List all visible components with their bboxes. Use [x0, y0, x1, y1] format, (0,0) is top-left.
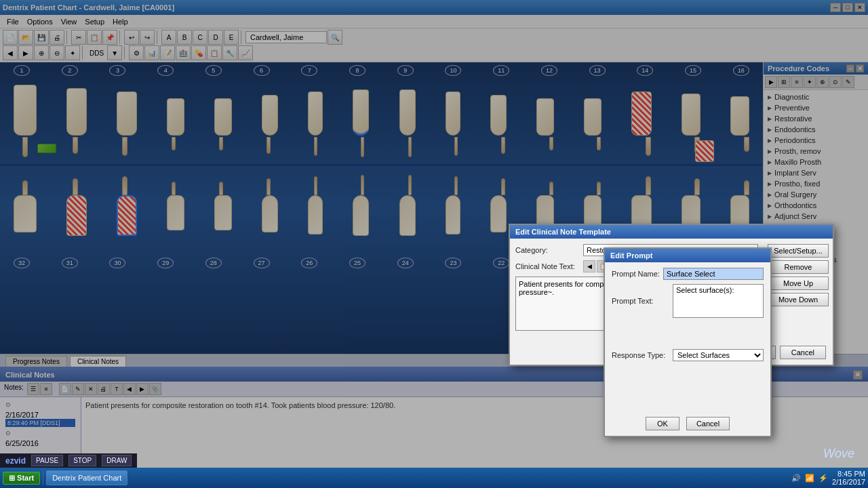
ezvid-stop-btn[interactable]: STOP	[68, 455, 96, 466]
ep-prompt-name-label: Prompt Name:	[612, 270, 663, 278]
dialog-ep-body: Prompt Name: Prompt Text: Select surface…	[605, 262, 770, 411]
dialog-edit-prompt: Edit Prompt Prompt Name: Prompt Text: Se…	[604, 247, 772, 437]
ezvid-bar: ezvid PAUSE STOP DRAW	[0, 453, 137, 468]
dialog-ecnt-side-buttons: Select/Setup... Remove Move Up Move Down	[764, 239, 833, 340]
ep-ok-btn[interactable]: OK	[646, 417, 679, 430]
ep-response-type-select[interactable]: Select Surfaces Text Number Date Yes/No	[673, 349, 764, 361]
clock-date: 2/16/2017	[832, 478, 865, 486]
ep-prompt-text-row: Prompt Text: Select surface(s):	[612, 284, 764, 318]
ep-lower-spacer	[612, 365, 764, 406]
sys-icon-2: 📶	[805, 474, 814, 483]
clock-time: 8:45 PM	[832, 470, 865, 478]
note-text-label: Clinical Note Text:	[515, 262, 583, 270]
dialog-ep-title-text: Edit Prompt	[610, 251, 652, 260]
ecnt-cancel-btn[interactable]: Cancel	[780, 346, 826, 359]
taskbar-right: 🔊 📶 ⚡ 8:45 PM 2/16/2017	[791, 470, 865, 486]
ecnt-move-up-btn[interactable]: Move Up	[768, 277, 829, 290]
ep-spacer	[612, 322, 764, 349]
taskbar: ⊞ Start Dentrix Patient Chart 🔊 📶 ⚡ 8:45…	[0, 468, 868, 488]
ep-prompt-text-input[interactable]: Select surface(s):	[673, 284, 764, 318]
ezvid-pause-btn[interactable]: PAUSE	[31, 455, 63, 466]
category-label: Category:	[515, 246, 583, 254]
ep-cancel-btn[interactable]: Cancel	[686, 417, 730, 430]
wove-watermark: Wove	[823, 447, 854, 461]
taskbar-dentrix-btn[interactable]: Dentrix Patient Chart	[46, 470, 127, 485]
dialog-ep-title: Edit Prompt	[605, 249, 770, 262]
ecnt-select-setup-btn[interactable]: Select/Setup...	[768, 244, 829, 258]
sys-icon-3: ⚡	[818, 474, 828, 483]
sys-tray: 🔊 📶 ⚡	[791, 474, 828, 483]
ep-prompt-name-row: Prompt Name:	[612, 268, 764, 280]
ep-prompt-name-input[interactable]	[663, 268, 764, 280]
ep-response-type-row: Response Type: Select Surfaces Text Numb…	[612, 349, 764, 361]
dialog-ecnt-title: Edit Clinical Note Template	[510, 225, 833, 239]
ecnt-move-down-btn[interactable]: Move Down	[768, 293, 829, 306]
clock-display: 8:45 PM 2/16/2017	[832, 470, 865, 486]
dialog-ep-buttons: OK Cancel	[605, 411, 770, 436]
sys-icon-1: 🔊	[791, 474, 801, 483]
ecnt-tb-1[interactable]: ◀	[583, 260, 595, 272]
ep-response-type-label: Response Type:	[612, 351, 673, 359]
ezvid-draw-btn[interactable]: DRAW	[102, 455, 132, 466]
ecnt-remove-btn[interactable]: Remove	[768, 260, 829, 274]
ep-prompt-text-label: Prompt Text:	[612, 297, 673, 305]
dialog-ecnt-title-text: Edit Clinical Note Template	[515, 228, 611, 236]
taskbar-sep-1	[43, 471, 43, 485]
start-button[interactable]: ⊞ Start	[3, 472, 40, 485]
ezvid-logo: ezvid	[5, 456, 26, 466]
taskbar-dentrix-label: Dentrix Patient Chart	[52, 474, 121, 482]
